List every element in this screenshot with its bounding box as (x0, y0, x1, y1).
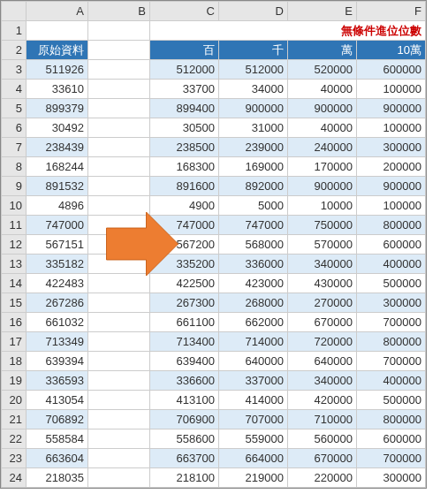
row-header-7[interactable]: 7 (2, 138, 27, 157)
cell-E4[interactable]: 40000 (288, 80, 357, 99)
col-header-C[interactable]: C (150, 2, 219, 21)
title-cell[interactable]: 無條件進位位數 (150, 21, 426, 41)
cell-A19[interactable]: 336593 (27, 371, 88, 391)
cell-F6[interactable]: 100000 (357, 118, 426, 138)
cell-D16[interactable]: 662000 (219, 313, 288, 332)
cell-B6[interactable] (88, 118, 150, 138)
cell-B24[interactable] (88, 468, 150, 488)
cell-B15[interactable] (88, 293, 150, 313)
cell-F13[interactable]: 400000 (357, 255, 426, 274)
cell-E24[interactable]: 220000 (288, 468, 357, 488)
cell-C6[interactable]: 30500 (150, 118, 219, 138)
cell-A15[interactable]: 267286 (27, 293, 88, 313)
cell-B4[interactable] (88, 80, 150, 99)
cell-D10[interactable]: 5000 (219, 196, 288, 216)
row-header-8[interactable]: 8 (2, 157, 27, 177)
cell-C16[interactable]: 661100 (150, 313, 219, 332)
cell-B14[interactable] (88, 274, 150, 293)
cell-F24[interactable]: 300000 (357, 468, 426, 488)
header-original[interactable]: 原始資料 (27, 41, 88, 60)
cell-A3[interactable]: 511926 (27, 60, 88, 80)
cell-D14[interactable]: 423000 (219, 274, 288, 293)
cell-D15[interactable]: 268000 (219, 293, 288, 313)
row-header-4[interactable]: 4 (2, 80, 27, 99)
cell-F5[interactable]: 900000 (357, 99, 426, 118)
cell-F22[interactable]: 600000 (357, 429, 426, 449)
cell-A4[interactable]: 33610 (27, 80, 88, 99)
row-header-10[interactable]: 10 (2, 196, 27, 216)
cell-D4[interactable]: 34000 (219, 80, 288, 99)
row-header-13[interactable]: 13 (2, 255, 27, 274)
cell-C5[interactable]: 899400 (150, 99, 219, 118)
col-header-F[interactable]: F (357, 2, 426, 21)
cell-B16[interactable] (88, 313, 150, 332)
row-header-3[interactable]: 3 (2, 60, 27, 80)
cell-C18[interactable]: 639400 (150, 352, 219, 371)
cell-A22[interactable]: 558584 (27, 429, 88, 449)
cell-B20[interactable] (88, 391, 150, 410)
cell-E14[interactable]: 430000 (288, 274, 357, 293)
cell-E21[interactable]: 710000 (288, 410, 357, 429)
cell-D3[interactable]: 512000 (219, 60, 288, 80)
cell-E10[interactable]: 10000 (288, 196, 357, 216)
cell-A6[interactable]: 30492 (27, 118, 88, 138)
header-D[interactable]: 千 (219, 41, 288, 60)
row-header-16[interactable]: 16 (2, 313, 27, 332)
cell-F15[interactable]: 300000 (357, 293, 426, 313)
row-header-14[interactable]: 14 (2, 274, 27, 293)
cell-E7[interactable]: 240000 (288, 138, 357, 157)
cell-D13[interactable]: 336000 (219, 255, 288, 274)
cell-E12[interactable]: 570000 (288, 235, 357, 255)
row-header-18[interactable]: 18 (2, 352, 27, 371)
cell-C15[interactable]: 267300 (150, 293, 219, 313)
cell-E6[interactable]: 40000 (288, 118, 357, 138)
cell-B13[interactable] (88, 255, 150, 274)
cell-E17[interactable]: 720000 (288, 332, 357, 352)
cell-E19[interactable]: 340000 (288, 371, 357, 391)
cell-F17[interactable]: 800000 (357, 332, 426, 352)
cell-B21[interactable] (88, 410, 150, 429)
cell-A9[interactable]: 891532 (27, 177, 88, 196)
cell-D21[interactable]: 707000 (219, 410, 288, 429)
cell-E9[interactable]: 900000 (288, 177, 357, 196)
cell-C8[interactable]: 168300 (150, 157, 219, 177)
cell-B11[interactable] (88, 216, 150, 235)
cell-C10[interactable]: 4900 (150, 196, 219, 216)
cell-F11[interactable]: 800000 (357, 216, 426, 235)
cell-E3[interactable]: 520000 (288, 60, 357, 80)
cell-B2[interactable] (88, 41, 150, 60)
cell-F9[interactable]: 900000 (357, 177, 426, 196)
cell-D6[interactable]: 31000 (219, 118, 288, 138)
header-C[interactable]: 百 (150, 41, 219, 60)
cell-E5[interactable]: 900000 (288, 99, 357, 118)
cell-D12[interactable]: 568000 (219, 235, 288, 255)
col-header-D[interactable]: D (219, 2, 288, 21)
row-header-1[interactable]: 1 (2, 21, 27, 41)
row-header-23[interactable]: 23 (2, 449, 27, 468)
cell-B17[interactable] (88, 332, 150, 352)
header-F[interactable]: 10萬 (357, 41, 426, 60)
row-header-12[interactable]: 12 (2, 235, 27, 255)
cell-A7[interactable]: 238439 (27, 138, 88, 157)
cell-C9[interactable]: 891600 (150, 177, 219, 196)
row-header-22[interactable]: 22 (2, 429, 27, 449)
header-E[interactable]: 萬 (288, 41, 357, 60)
row-header-6[interactable]: 6 (2, 118, 27, 138)
cell-F19[interactable]: 400000 (357, 371, 426, 391)
cell-B7[interactable] (88, 138, 150, 157)
cell-A17[interactable]: 713349 (27, 332, 88, 352)
cell-B12[interactable] (88, 235, 150, 255)
cell-B18[interactable] (88, 352, 150, 371)
cell-A13[interactable]: 335182 (27, 255, 88, 274)
cell-F23[interactable]: 700000 (357, 449, 426, 468)
cell-A1[interactable] (27, 21, 88, 41)
cell-D11[interactable]: 747000 (219, 216, 288, 235)
cell-E20[interactable]: 420000 (288, 391, 357, 410)
cell-E8[interactable]: 170000 (288, 157, 357, 177)
row-header-21[interactable]: 21 (2, 410, 27, 429)
cell-F18[interactable]: 700000 (357, 352, 426, 371)
row-header-20[interactable]: 20 (2, 391, 27, 410)
cell-A5[interactable]: 899379 (27, 99, 88, 118)
cell-D24[interactable]: 219000 (219, 468, 288, 488)
cell-C24[interactable]: 218100 (150, 468, 219, 488)
